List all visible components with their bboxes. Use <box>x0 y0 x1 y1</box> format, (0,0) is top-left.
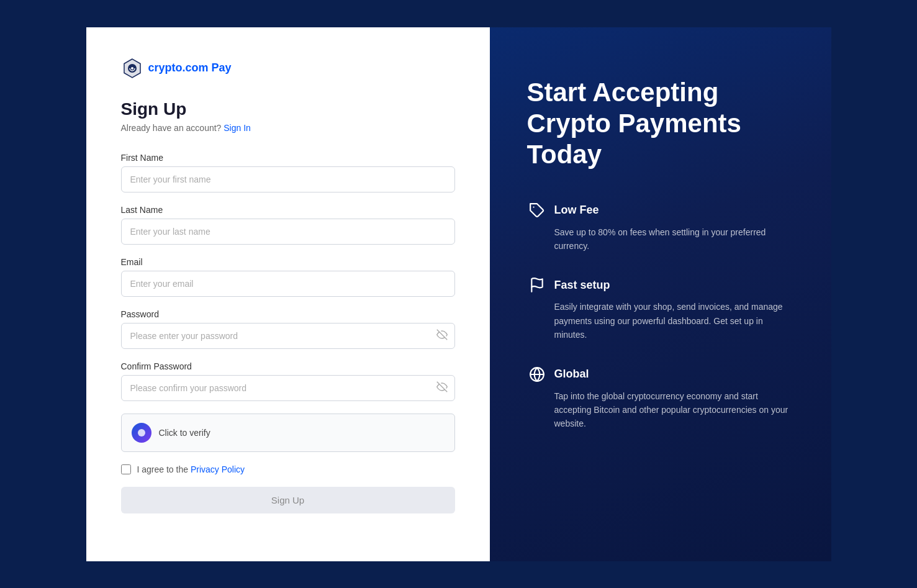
feature-low-fee-desc: Save up to 80% on fees when settling in … <box>527 225 794 253</box>
confirm-password-wrapper <box>121 375 455 401</box>
privacy-link[interactable]: Privacy Policy <box>191 464 245 474</box>
feature-global-title: Global <box>554 368 589 381</box>
confirm-password-label: Confirm Password <box>121 361 455 371</box>
email-input[interactable] <box>121 271 455 297</box>
globe-icon <box>527 364 547 384</box>
checkbox-label: I agree to the Privacy Policy <box>137 464 245 474</box>
password-label: Password <box>121 309 455 319</box>
captcha-circle-inner <box>138 429 145 436</box>
password-group: Password <box>121 309 455 349</box>
last-name-label: Last Name <box>121 205 455 215</box>
feature-global: Global Tap into the global cryptocurrenc… <box>527 364 794 431</box>
logo-text: crypto.com Pay <box>148 61 232 75</box>
first-name-label: First Name <box>121 153 455 163</box>
right-headline: Start Accepting Crypto Payments Today <box>527 77 794 171</box>
captcha-box[interactable]: Click to verify <box>121 414 455 452</box>
email-label: Email <box>121 257 455 267</box>
password-input[interactable] <box>121 323 455 349</box>
feature-global-header: Global <box>527 364 794 384</box>
feature-global-desc: Tap into the global cryptocurrency econo… <box>527 389 794 431</box>
feature-fast-setup-title: Fast setup <box>554 279 610 292</box>
password-wrapper <box>121 323 455 349</box>
flag-icon <box>527 275 547 295</box>
page-container: crypto.com Pay Sign Up Already have an a… <box>86 27 831 561</box>
confirm-password-group: Confirm Password <box>121 361 455 401</box>
feature-low-fee-title: Low Fee <box>554 204 599 217</box>
first-name-input[interactable] <box>121 166 455 192</box>
tag-icon <box>527 201 547 220</box>
privacy-checkbox[interactable] <box>121 464 131 474</box>
form-title: Sign Up <box>121 99 455 119</box>
feature-fast-setup-header: Fast setup <box>527 275 794 295</box>
captcha-label: Click to verify <box>159 428 210 438</box>
first-name-group: First Name <box>121 153 455 192</box>
logo-icon <box>121 57 143 79</box>
logo: crypto.com Pay <box>121 57 455 79</box>
password-eye-icon[interactable] <box>436 329 448 343</box>
form-subtitle: Already have an account? Sign In <box>121 123 455 133</box>
feature-fast-setup: Fast setup Easily integrate with your sh… <box>527 275 794 341</box>
signup-button[interactable]: Sign Up <box>121 487 455 513</box>
feature-low-fee: Low Fee Save up to 80% on fees when sett… <box>527 201 794 253</box>
feature-low-fee-header: Low Fee <box>527 201 794 220</box>
right-panel: Start Accepting Crypto Payments Today Lo… <box>490 27 831 561</box>
confirm-password-eye-icon[interactable] <box>436 381 448 395</box>
privacy-checkbox-row: I agree to the Privacy Policy <box>121 464 455 474</box>
captcha-icon <box>132 423 151 443</box>
last-name-input[interactable] <box>121 219 455 245</box>
form-panel: crypto.com Pay Sign Up Already have an a… <box>86 27 490 561</box>
svg-point-1 <box>131 67 133 70</box>
confirm-password-input[interactable] <box>121 375 455 401</box>
feature-fast-setup-desc: Easily integrate with your shop, send in… <box>527 300 794 341</box>
signin-link[interactable]: Sign In <box>224 123 251 133</box>
email-group: Email <box>121 257 455 297</box>
last-name-group: Last Name <box>121 205 455 245</box>
